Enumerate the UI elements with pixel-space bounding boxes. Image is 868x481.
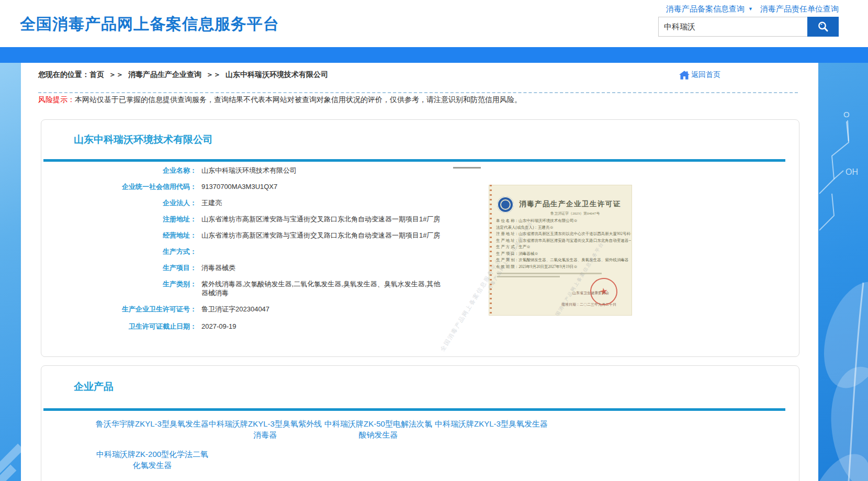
field-row: 注册地址：山东省潍坊市高新区潍安路与宝通街交叉路口东北角自动变速器一期项目1#厂…	[41, 215, 455, 231]
site-title: 全国消毒产品网上备案信息服务平台	[20, 14, 279, 35]
field-row: 生产类别：紫外线消毒器,次氯酸钠发生器,二氧化氯发生器,臭氧发生器、臭氧水发生器…	[41, 279, 455, 305]
certificate-title: 消毒产品生产企业卫生许可证	[519, 199, 621, 209]
field-row: 生产企业卫生许可证号：鲁卫消证字202304047	[41, 305, 455, 322]
product-link[interactable]: 中科瑞沃牌ZK-200型化学法二氧化氯发生器	[96, 449, 209, 471]
field-row: 企业统一社会信用代码：91370700MA3M3U1QX7	[41, 182, 455, 198]
title-underline	[43, 159, 785, 162]
product-link[interactable]: 中科瑞沃牌ZKYL-3型臭氧紫外线消毒器	[209, 418, 322, 440]
product-link[interactable]: 鲁沃华宇牌ZKYL-3型臭氧发生器	[96, 418, 209, 440]
title-underline	[43, 408, 785, 411]
breadcrumb-prefix: 您现在的位置：	[38, 70, 89, 79]
site-header: 全国消毒产品网上备案信息服务平台 消毒产品备案信息查询▼消毒产品责任单位查询	[0, 0, 868, 47]
product-link[interactable]: 中科瑞沃牌ZK-50型电解法次氯酸钠发生器	[322, 418, 435, 440]
header-band	[0, 47, 868, 63]
home-icon	[679, 71, 690, 80]
product-link[interactable]: 中科瑞沃牌ZKYL-3型臭氧发生器	[435, 418, 548, 440]
search-button[interactable]	[807, 17, 839, 37]
products-card-title: 企业产品	[74, 380, 114, 394]
nav-link-responsible-unit-query[interactable]: 消毒产品责任单位查询	[760, 4, 839, 13]
svg-text:OH: OH	[846, 167, 858, 176]
issuing-authority: 山东省卫生健康委员会	[572, 290, 609, 296]
field-row: 生产方式：	[41, 247, 455, 263]
risk-notice-label: 风险提示：	[38, 95, 75, 104]
left-background-art	[0, 63, 21, 481]
back-home-label: 返回首页	[691, 70, 720, 80]
company-card-title: 山东中科瑞沃环境技术有限公司	[74, 133, 213, 147]
risk-notice-text: 本网站仅基于已掌握的信息提供查询服务，查询结果不代表本网站对被查询对象信用状况的…	[75, 95, 522, 104]
field-row: 企业法人：王建亮	[41, 198, 455, 215]
field-row: 生产项目：消毒器械类	[41, 263, 455, 279]
field-row: 卫生许可证截止日期：2027-09-19	[41, 322, 455, 339]
search-icon	[817, 20, 829, 33]
breadcrumb-separator: ＞＞	[109, 70, 123, 79]
national-emblem-icon	[497, 196, 514, 213]
top-nav: 消毒产品备案信息查询▼消毒产品责任单位查询	[666, 4, 839, 14]
molecule-flower-art: O OH	[818, 63, 868, 481]
caret-down-icon[interactable]: ▼	[748, 6, 753, 12]
search-input[interactable]	[658, 17, 807, 37]
breadcrumb-enterprise-query[interactable]: 消毒产品生产企业查询	[128, 70, 201, 79]
scan-artifact	[453, 167, 481, 169]
breadcrumb-separator: ＞＞	[206, 70, 221, 79]
search-bar	[658, 17, 839, 37]
field-row: 企业名称：山东中科瑞沃环境技术有限公司	[41, 166, 455, 182]
certificate-body: 单 位 名 称：山东中科瑞沃环境技术有限公司※ 法定代表人(或负责人)：王建亮※…	[496, 218, 631, 270]
products-card: 企业产品 鲁沃华宇牌ZKYL-3型臭氧发生器 中科瑞沃牌ZKYL-3型臭氧紫外线…	[41, 365, 799, 481]
risk-notice: 风险提示：本网站仅基于已掌握的信息提供查询服务，查询结果不代表本网站对被查询对象…	[38, 94, 522, 105]
back-home-link[interactable]: 返回首页	[679, 70, 720, 80]
approval-date: 批准日期：二〇二三年九月二十日	[561, 302, 616, 307]
hygiene-license-certificate: 消毒产品生产企业卫生许可证 鲁卫消证字（2023）第04047号 单 位 名 称…	[489, 185, 632, 316]
breadcrumb-home[interactable]: 首页	[89, 70, 104, 79]
content-area: 您现在的位置：首页＞＞消毒产品生产企业查询＞＞山东中科瑞沃环境技术有限公司 返回…	[21, 63, 818, 481]
breadcrumb-current: 山东中科瑞沃环境技术有限公司	[226, 70, 328, 79]
certificate-fine-print	[497, 273, 602, 279]
field-row: 经营地址：山东省潍坊市高新区潍安路与宝通街交叉路口东北角自动变速器一期项目1#厂…	[41, 231, 455, 247]
dashed-divider	[38, 92, 798, 93]
company-fields: 企业名称：山东中科瑞沃环境技术有限公司 企业统一社会信用代码：91370700M…	[41, 166, 455, 339]
product-list: 鲁沃华宇牌ZKYL-3型臭氧发生器 中科瑞沃牌ZKYL-3型臭氧紫外线消毒器 中…	[96, 418, 567, 479]
nav-link-record-info-query[interactable]: 消毒产品备案信息查询	[666, 4, 745, 13]
svg-text:O: O	[843, 110, 850, 119]
perforation-edge	[490, 185, 492, 316]
company-info-card: 山东中科瑞沃环境技术有限公司 企业名称：山东中科瑞沃环境技术有限公司 企业统一社…	[41, 119, 799, 357]
certificate-number: 鲁卫消证字（2023）第04047号	[550, 211, 600, 216]
